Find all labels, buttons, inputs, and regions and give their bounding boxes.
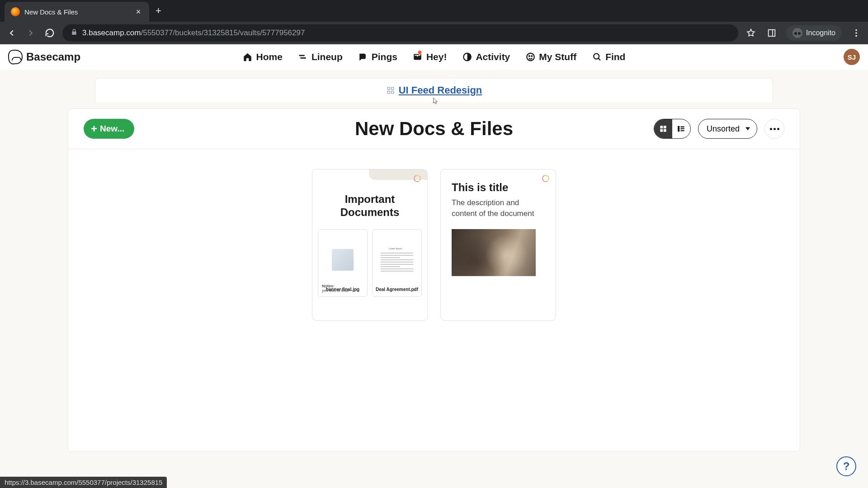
cards-area: Important Documents banner final.jpg Not… xyxy=(68,149,800,341)
svg-rect-9 xyxy=(299,55,305,56)
svg-rect-22 xyxy=(664,126,666,128)
nav-pings[interactable]: Pings xyxy=(358,52,397,62)
nav-activity[interactable]: Activity xyxy=(462,52,510,62)
file-thumbnail[interactable]: banner final.jpg Notes: yes this is fina… xyxy=(318,229,368,297)
browser-tab[interactable]: New Docs & Files × xyxy=(5,2,149,22)
panel-icon[interactable] xyxy=(765,27,778,39)
lock-icon xyxy=(71,28,78,38)
svg-point-6 xyxy=(855,29,857,31)
url-bar[interactable]: 3.basecamp.com/5550377/buckets/31325815/… xyxy=(62,24,738,42)
grid-view-button[interactable] xyxy=(654,119,672,138)
page-title: New Docs & Files xyxy=(355,118,513,140)
svg-rect-21 xyxy=(660,126,663,128)
basecamp-logo[interactable]: Basecamp xyxy=(8,50,80,64)
search-icon xyxy=(592,52,602,62)
reload-button[interactable] xyxy=(43,27,56,39)
breadcrumb-link[interactable]: UI Feed Redesign xyxy=(386,84,482,96)
nav-mystuff[interactable]: My Stuff xyxy=(525,52,576,62)
breadcrumb-label: UI Feed Redesign xyxy=(399,84,482,96)
app-viewport: Basecamp Home Lineup Pings Hey! A xyxy=(0,44,868,488)
image-preview-icon xyxy=(321,233,364,287)
svg-rect-19 xyxy=(387,91,390,94)
svg-point-14 xyxy=(531,56,532,56)
nav-find[interactable]: Find xyxy=(592,52,625,62)
activity-icon xyxy=(462,52,472,62)
more-menu-button[interactable] xyxy=(764,119,784,139)
svg-rect-4 xyxy=(769,30,775,37)
svg-line-16 xyxy=(598,58,600,60)
nav-label: Hey! xyxy=(426,52,447,62)
view-toggle xyxy=(654,119,691,139)
svg-point-15 xyxy=(594,54,599,59)
grid-view-icon xyxy=(659,124,668,133)
avatar[interactable]: SJ xyxy=(844,49,860,65)
file-name: Deal Agreement.pdf xyxy=(376,287,418,293)
dot-icon xyxy=(777,128,779,130)
folder-title: Important Documents xyxy=(312,193,427,219)
nav-hey[interactable]: Hey! xyxy=(413,52,447,62)
svg-rect-10 xyxy=(300,57,306,59)
sort-select-wrap: Unsorted xyxy=(698,119,757,139)
panel-header: + New... New Docs & Files Unsorted xyxy=(68,109,800,149)
svg-rect-20 xyxy=(391,91,393,94)
address-bar: 3.basecamp.com/5550377/buckets/31325815/… xyxy=(0,22,868,44)
close-tab-icon[interactable]: × xyxy=(134,7,143,17)
incognito-badge[interactable]: Incognito xyxy=(786,25,842,41)
url-text: 3.basecamp.com/5550377/buckets/31325815/… xyxy=(82,28,305,38)
kebab-menu-icon[interactable] xyxy=(850,27,863,39)
page-panel: + New... New Docs & Files Unsorted xyxy=(68,108,800,452)
nav-label: Pings xyxy=(372,52,397,62)
folder-card[interactable]: Important Documents banner final.jpg Not… xyxy=(312,169,428,321)
nav-label: Activity xyxy=(476,52,510,62)
svg-rect-17 xyxy=(387,87,390,89)
svg-point-27 xyxy=(678,128,679,130)
main-nav: Home Lineup Pings Hey! Activity My S xyxy=(243,52,626,62)
cursor-icon xyxy=(432,97,439,106)
logo-mark-icon xyxy=(8,49,23,65)
nav-label: Find xyxy=(605,52,625,62)
forward-button[interactable] xyxy=(24,27,37,39)
pings-icon xyxy=(358,52,368,62)
lineup-icon xyxy=(298,52,308,62)
new-button[interactable]: + New... xyxy=(84,119,134,139)
new-button-label: New... xyxy=(100,124,124,134)
logo-text: Basecamp xyxy=(26,51,80,63)
svg-point-25 xyxy=(678,127,679,128)
file-notes: Notes: yes this is final xyxy=(322,284,349,293)
dot-icon xyxy=(774,128,776,130)
document-description: The description and content of the docum… xyxy=(441,197,556,219)
help-button[interactable]: ? xyxy=(836,456,856,476)
svg-point-29 xyxy=(678,130,679,131)
svg-point-13 xyxy=(529,56,530,56)
loader-icon xyxy=(413,174,422,183)
app-header: Basecamp Home Lineup Pings Hey! A xyxy=(0,44,868,70)
face-icon xyxy=(525,52,535,62)
nav-home[interactable]: Home xyxy=(243,52,283,62)
document-image-preview xyxy=(452,229,536,276)
svg-point-12 xyxy=(527,53,534,61)
nav-label: Home xyxy=(256,52,283,62)
svg-rect-24 xyxy=(664,129,666,132)
back-button[interactable] xyxy=(5,27,18,39)
header-actions: Unsorted xyxy=(654,119,784,139)
file-thumbnail[interactable]: Lorem Ipsum Deal Agreement.pdf xyxy=(372,229,422,297)
svg-rect-23 xyxy=(660,129,663,132)
nav-lineup[interactable]: Lineup xyxy=(298,52,343,62)
bookmark-icon[interactable] xyxy=(745,27,757,39)
svg-point-8 xyxy=(855,35,857,37)
nav-label: My Stuff xyxy=(539,52,576,62)
sort-value: Unsorted xyxy=(707,124,740,134)
tab-title: New Docs & Files xyxy=(24,8,129,16)
incognito-icon xyxy=(793,28,802,38)
dot-icon xyxy=(770,128,772,130)
document-card[interactable]: This is title The description and conten… xyxy=(440,169,556,321)
document-title: This is title xyxy=(441,169,556,197)
tab-bar: New Docs & Files × + xyxy=(0,0,868,22)
sort-select[interactable]: Unsorted xyxy=(698,119,757,139)
favicon-icon xyxy=(11,7,20,16)
new-tab-button[interactable]: + xyxy=(156,5,161,17)
list-view-button[interactable] xyxy=(672,119,690,138)
doc-heading: Lorem Ipsum xyxy=(389,247,405,250)
status-bar: https://3.basecamp.com/5550377/projects/… xyxy=(0,477,167,488)
nav-label: Lineup xyxy=(311,52,343,62)
